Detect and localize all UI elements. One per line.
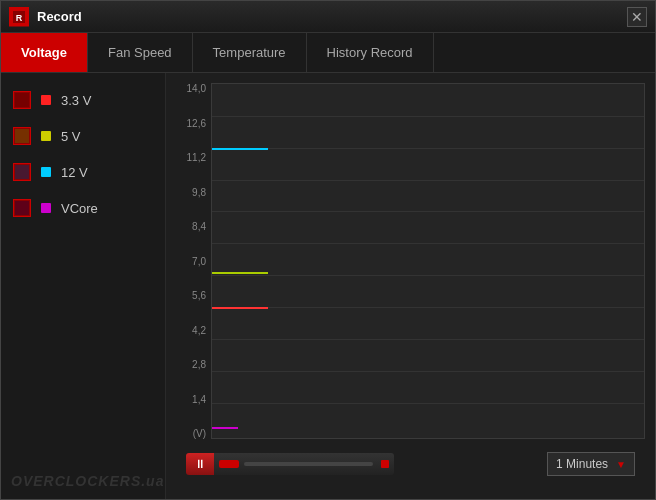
legend-item-5v[interactable]: 5 V bbox=[1, 119, 165, 153]
content-area: 3.3 V 5 V 12 V VCore bbox=[1, 73, 655, 499]
y-label-14: 14,0 bbox=[187, 83, 206, 94]
svg-text:R: R bbox=[16, 13, 23, 23]
legend-label-3v3: 3.3 V bbox=[61, 93, 91, 108]
tab-bar: Voltage Fan Speed Temperature History Re… bbox=[1, 33, 655, 73]
legend-dot-vcore bbox=[41, 203, 51, 213]
main-window: R Record ✕ Voltage Fan Speed Temperature… bbox=[0, 0, 656, 500]
legend-label-vcore: VCore bbox=[61, 201, 98, 216]
svg-rect-3 bbox=[13, 91, 31, 109]
legend-icon-12v bbox=[13, 163, 31, 181]
app-logo: R bbox=[9, 7, 29, 27]
window-title: Record bbox=[37, 9, 627, 24]
chart-line-5v bbox=[212, 272, 268, 274]
dropdown-arrow-icon: ▼ bbox=[616, 459, 626, 470]
svg-rect-6 bbox=[15, 129, 29, 143]
chart-line-vcore bbox=[212, 427, 238, 429]
svg-rect-10 bbox=[15, 201, 29, 215]
chart-container: 14,0 12,6 11,2 9,8 8,4 7,0 5,6 4,2 2,8 1… bbox=[176, 83, 645, 439]
legend-item-3v3[interactable]: 3.3 V bbox=[1, 83, 165, 117]
y-label-98: 9,8 bbox=[192, 187, 206, 198]
chart-graph bbox=[211, 83, 645, 439]
legend-sidebar: 3.3 V 5 V 12 V VCore bbox=[1, 73, 166, 499]
legend-dot-3v3 bbox=[41, 95, 51, 105]
y-label-42: 4,2 bbox=[192, 325, 206, 336]
y-label-112: 11,2 bbox=[187, 152, 206, 163]
legend-item-vcore[interactable]: VCore bbox=[1, 191, 165, 225]
svg-rect-9 bbox=[13, 199, 31, 217]
svg-rect-5 bbox=[13, 127, 31, 145]
y-label-28: 2,8 bbox=[192, 359, 206, 370]
pause-button[interactable]: ⏸ bbox=[186, 453, 214, 475]
chart-area: 14,0 12,6 11,2 9,8 8,4 7,0 5,6 4,2 2,8 1… bbox=[166, 73, 655, 499]
legend-label-5v: 5 V bbox=[61, 129, 81, 144]
chart-line-3v3 bbox=[212, 307, 268, 309]
minutes-label: 1 Minutes bbox=[556, 457, 608, 471]
legend-dot-12v bbox=[41, 167, 51, 177]
legend-icon-3v3 bbox=[13, 91, 31, 109]
minutes-dropdown[interactable]: 1 Minutes ▼ bbox=[547, 452, 635, 476]
y-label-v: (V) bbox=[193, 428, 206, 439]
chart-line-12v bbox=[212, 148, 268, 150]
progress-track bbox=[244, 462, 373, 466]
controls-bar: ⏸ 1 Minutes ▼ bbox=[176, 439, 645, 489]
y-label-56: 5,6 bbox=[192, 290, 206, 301]
watermark: OVERCLOCKERS.ua bbox=[11, 473, 164, 489]
svg-rect-7 bbox=[13, 163, 31, 181]
legend-item-12v[interactable]: 12 V bbox=[1, 155, 165, 189]
legend-icon-vcore bbox=[13, 199, 31, 217]
progress-fill bbox=[219, 460, 239, 468]
playback-control: ⏸ bbox=[186, 453, 394, 475]
legend-icon-5v bbox=[13, 127, 31, 145]
svg-rect-4 bbox=[15, 93, 29, 107]
svg-rect-8 bbox=[15, 165, 29, 179]
legend-dot-5v bbox=[41, 131, 51, 141]
y-label-14b: 1,4 bbox=[192, 394, 206, 405]
y-label-84: 8,4 bbox=[192, 221, 206, 232]
tab-fan-speed[interactable]: Fan Speed bbox=[88, 33, 193, 72]
close-button[interactable]: ✕ bbox=[627, 7, 647, 27]
y-axis: 14,0 12,6 11,2 9,8 8,4 7,0 5,6 4,2 2,8 1… bbox=[176, 83, 211, 439]
tab-temperature[interactable]: Temperature bbox=[193, 33, 307, 72]
progress-slider[interactable] bbox=[214, 453, 394, 475]
legend-label-12v: 12 V bbox=[61, 165, 88, 180]
y-label-70: 7,0 bbox=[192, 256, 206, 267]
tab-history-record[interactable]: History Record bbox=[307, 33, 434, 72]
tab-voltage[interactable]: Voltage bbox=[1, 33, 88, 72]
y-label-126: 12,6 bbox=[187, 118, 206, 129]
title-bar: R Record ✕ bbox=[1, 1, 655, 33]
progress-marker bbox=[381, 460, 389, 468]
